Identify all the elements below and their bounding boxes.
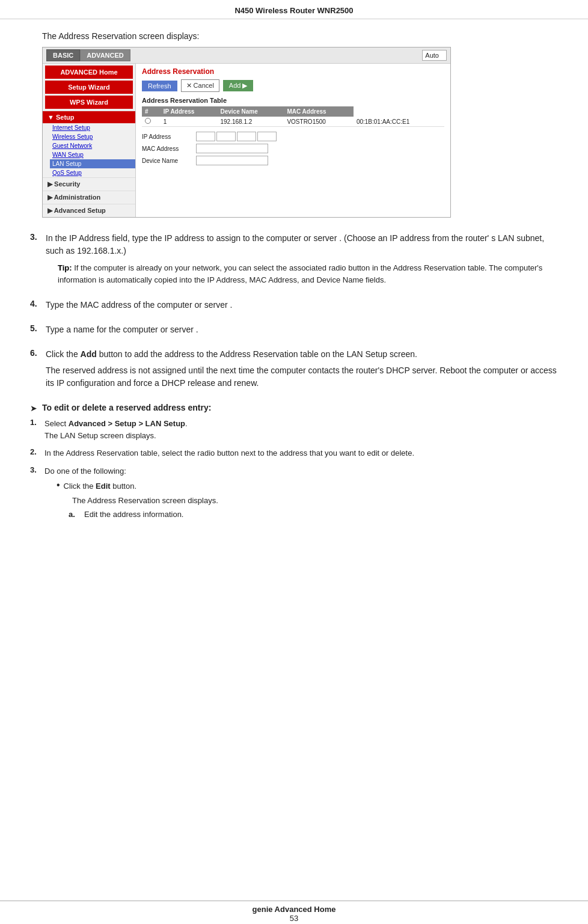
step-6-number: 6. [30,348,41,393]
bullet-dot: • [57,480,60,490]
page-header: N450 Wireless Router WNR2500 [0,0,588,19]
col-hash: # [142,106,161,117]
step-6-text: Click the Add button to add the address … [46,348,558,361]
sidebar-item-qos[interactable]: QoS Setup [50,168,135,177]
table-row: 1 192.168.1.2 VOSTRO1500 00:1B:01:AA:CC:… [142,117,444,127]
cell-radio[interactable] [142,117,161,127]
nested-step-2-num: 2. [30,447,41,459]
panel-title: Address Reservation [142,67,444,76]
form-mac-row: MAC Address [142,144,444,153]
ip-field-1[interactable] [196,132,215,141]
cell-num: 1 [161,117,218,127]
nested-steps: 1. Select Advanced > Setup > LAN Setup. … [30,418,558,521]
main-content: The Address Reservation screen displays:… [0,19,588,563]
intro-text: The Address Reservation screen displays: [42,31,558,41]
todo-title: To edit or delete a reserved address ent… [42,403,211,412]
sub-item-a: a. Edit the address information. [69,509,218,521]
ip-field-4[interactable] [257,132,277,141]
footer-page: 53 [0,914,588,923]
ip-field-3[interactable] [237,132,256,141]
form-ip-inputs [196,132,277,141]
nested-step-1-extra: The LAN Setup screen displays. [44,430,188,442]
todo-arrow: ➤ [30,403,37,413]
nested-step-1: 1. Select Advanced > Setup > LAN Setup. … [30,418,558,441]
cell-device: VOSTRO1500 [284,117,353,127]
auto-dropdown[interactable]: Auto [422,50,447,61]
form-ip-row: IP Address [142,132,444,141]
tab-advanced[interactable]: ADVANCED [80,49,130,61]
sub-item-a-text: Edit the address information. [84,509,183,521]
col-ip: IP Address [161,106,218,117]
cell-mac: 00:1B:01:AA:CC:E1 [354,117,444,127]
nested-step-3-content: Do one of the following: • Click the Edi… [44,465,218,521]
router-top-bar: BASIC ADVANCED Auto [43,47,450,64]
form-mac-label: MAC Address [142,145,196,152]
ip-field-2[interactable] [216,132,236,141]
sidebar-item-wireless[interactable]: Wireless Setup [50,132,135,141]
tab-basic[interactable]: BASIC [46,49,80,61]
step-3: 3. In the IP Address field, type the IP … [30,232,558,290]
reservation-table: # IP Address Device Name MAC Address 1 1… [142,106,444,127]
sidebar-wps-wizard[interactable]: WPS Wizard [45,96,133,109]
header-title: N450 Wireless Router WNR2500 [234,6,353,15]
col-device: Device Name [217,106,284,117]
sidebar-item-wan[interactable]: WAN Setup [50,150,135,159]
sidebar-setup-wizard[interactable]: Setup Wizard [45,81,133,94]
nested-step-1-text: Select Advanced > Setup > LAN Setup. [44,418,188,430]
router-tabs: BASIC ADVANCED [46,49,130,61]
page-footer: genie Advanced Home 53 [0,901,588,924]
nested-step-3-num: 3. [30,465,41,521]
step-5: 5. Type a name for the computer or serve… [30,323,558,340]
router-ui: BASIC ADVANCED Auto ADVANCED Home Setup … [42,47,451,218]
sidebar-security[interactable]: ▶ Security [43,177,135,191]
cell-ip: 192.168.1.2 [217,117,284,127]
step-6-extra: The reserved address is not assigned unt… [46,364,558,390]
cancel-button[interactable]: ✕ Cancel [181,79,219,92]
step-4: 4. Type the MAC address of the computer … [30,299,558,315]
step-3-number: 3. [30,232,41,290]
sidebar-administration[interactable]: ▶ Administration [43,191,135,204]
step-4-content: Type the MAC address of the computer or … [46,299,558,315]
step-5-content: Type a name for the computer or server . [46,323,558,340]
panel-actions: Refresh ✕ Cancel Add ▶ [142,79,444,92]
nested-step-2-text: In the Address Reservation table, select… [44,447,414,459]
form-ip-label: IP Address [142,133,196,140]
step-3-content: In the IP Address field, type the IP add… [46,232,558,290]
nested-step-2-content: In the Address Reservation table, select… [44,447,414,459]
nested-step-3-text: Do one of the following: [44,465,218,477]
step-6-content: Click the Add button to add the address … [46,348,558,393]
sidebar-advanced-home[interactable]: ADVANCED Home [45,66,133,79]
todo-section: ➤ To edit or delete a reserved address e… [30,403,558,413]
tip-text: If the computer is already on your netwo… [58,263,542,284]
footer-title: genie Advanced Home [0,905,588,914]
sidebar-submenu: Internet Setup Wireless Setup Guest Netw… [43,123,135,177]
nested-step-1-num: 1. [30,418,41,441]
tip-box: Tip: If the computer is already on your … [58,262,558,286]
sidebar-advanced-setup[interactable]: ▶ Advanced Setup [43,204,135,217]
tip-label: Tip: [58,263,72,272]
step-4-text: Type the MAC address of the computer or … [46,299,558,311]
add-button[interactable]: Add ▶ [223,80,254,91]
form-device-row: Device Name [142,156,444,165]
form-device-label: Device Name [142,158,196,164]
step-4-number: 4. [30,299,41,315]
step-5-number: 5. [30,323,41,340]
refresh-button[interactable]: Refresh [142,81,177,91]
device-field[interactable] [196,156,268,165]
nested-step-1-content: Select Advanced > Setup > LAN Setup. The… [44,418,188,441]
table-section-title: Address Reservation Table [142,97,444,104]
sub-item-a-label: a. [69,509,81,521]
sidebar-item-lan[interactable]: LAN Setup [50,159,135,168]
step-6: 6. Click the Add button to add the addre… [30,348,558,393]
sidebar-item-guest[interactable]: Guest Network [50,141,135,150]
bullet-extra: The Address Reservation screen displays. [72,495,218,507]
mac-field[interactable] [196,144,268,153]
router-panel: Address Reservation Refresh ✕ Cancel Add… [136,64,450,217]
bullet-text: Click the Edit button. [64,480,136,492]
sidebar-item-internet[interactable]: Internet Setup [50,123,135,132]
bullet-item: • Click the Edit button. [57,480,218,492]
step-3-text: In the IP Address field, type the IP add… [46,232,558,257]
sidebar-setup-section[interactable]: ▼ Setup [43,111,135,123]
nested-step-3: 3. Do one of the following: • Click the … [30,465,558,521]
nested-step-2: 2. In the Address Reservation table, sel… [30,447,558,459]
